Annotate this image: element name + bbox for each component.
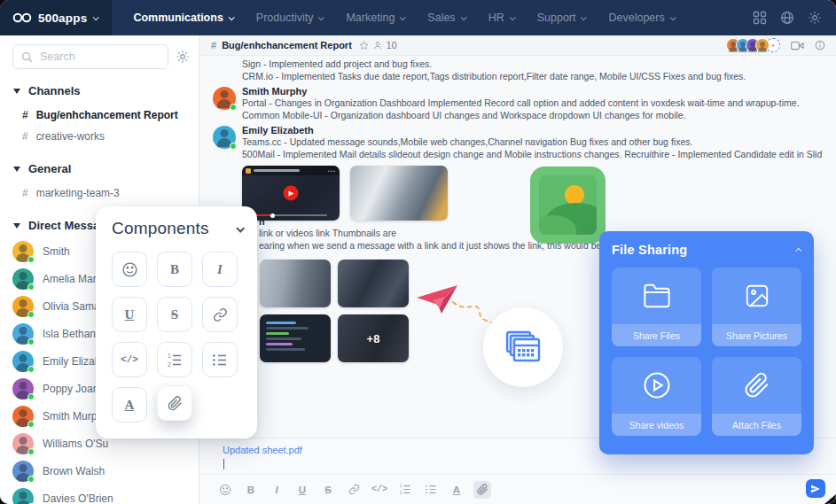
- share-videos-tile[interactable]: Share videos: [612, 357, 701, 436]
- attach-file-icon[interactable]: [473, 481, 491, 499]
- bold-button[interactable]: B: [157, 252, 192, 287]
- share-files-tile[interactable]: Share Files: [612, 268, 701, 346]
- code-icon[interactable]: </>: [371, 481, 388, 499]
- attached-file-link[interactable]: Updated sheet.pdf: [223, 445, 302, 455]
- general-section-title: General: [28, 162, 71, 175]
- underline-icon[interactable]: U: [293, 481, 311, 499]
- ordered-list-icon[interactable]: 1 2: [396, 481, 414, 499]
- composer-toolbar: B I U S </> 1 2: [200, 474, 836, 504]
- svg-text:1: 1: [168, 353, 171, 359]
- dm-user-davies[interactable]: Davies O'Brien: [0, 485, 199, 504]
- link-icon[interactable]: [345, 481, 363, 499]
- svg-text:1: 1: [400, 484, 402, 488]
- bullet-list-button[interactable]: [202, 342, 238, 377]
- channel-title: Bug/enhchancement Report: [222, 40, 352, 50]
- search-input[interactable]: [40, 50, 160, 63]
- nav-item-marketing[interactable]: Marketing: [346, 12, 404, 24]
- avatar: [213, 87, 236, 110]
- file-sharing-panel: File Sharing Share Files: [599, 231, 814, 454]
- chevron-down-icon: [93, 14, 99, 20]
- apps-grid-icon[interactable]: [753, 11, 767, 25]
- italic-icon[interactable]: I: [268, 481, 285, 499]
- send-button[interactable]: [806, 479, 825, 498]
- tile-label: Share Pictures: [712, 324, 801, 346]
- message-line: Portal - Changes in Organization Dashboa…: [242, 97, 800, 110]
- emoji-button[interactable]: [112, 252, 147, 287]
- message: Sign - Implemented add project and bug f…: [242, 58, 822, 82]
- message-author[interactable]: Smith Murphy: [242, 85, 800, 97]
- attach-button[interactable]: [157, 385, 192, 421]
- chevron-down-icon[interactable]: [236, 223, 245, 232]
- avatar: [12, 296, 34, 317]
- image-attachment[interactable]: [350, 166, 448, 221]
- bullet-list-icon[interactable]: [422, 481, 440, 499]
- text-color-icon[interactable]: A: [448, 481, 465, 499]
- dm-user-brown[interactable]: Brown Walsh: [0, 457, 199, 485]
- channel-item-bug-report[interactable]: # Bug/enhchancement Report: [0, 105, 199, 126]
- hash-icon: #: [22, 109, 28, 121]
- calendar-stack-illustration: [483, 307, 563, 387]
- avatar: [12, 268, 34, 290]
- chevron-up-icon[interactable]: [795, 247, 801, 253]
- ordered-list-button[interactable]: 1 2: [157, 342, 192, 377]
- message: Smith Murphy Portal - Changes in Organiz…: [213, 85, 822, 121]
- image-attachment-more[interactable]: +8: [338, 314, 409, 362]
- nav-item-sales[interactable]: Sales: [427, 12, 465, 24]
- channel-item-creative-works[interactable]: # creative-works: [0, 126, 199, 147]
- file-sharing-title: File Sharing: [612, 243, 687, 257]
- attach-files-tile[interactable]: Attach Files: [712, 357, 801, 436]
- channels-section-header[interactable]: Channels: [0, 84, 199, 97]
- picture-illustration: [530, 167, 606, 244]
- link-button[interactable]: [202, 297, 238, 332]
- code-button[interactable]: </>: [112, 342, 147, 377]
- nav-item-communications[interactable]: Communications: [133, 12, 232, 24]
- dm-user-name: Smith: [43, 245, 70, 258]
- settings-gear-icon[interactable]: [808, 11, 822, 25]
- channel-item-marketing-team-3[interactable]: # marketing-team-3: [0, 182, 199, 204]
- image-attachment[interactable]: [260, 314, 331, 362]
- star-icon[interactable]: [359, 41, 369, 50]
- nav-item-developers[interactable]: Developers: [608, 12, 674, 24]
- message-line: Common Mobile-UI - Organization dashboar…: [242, 110, 800, 122]
- app-window: 500apps Communications Productivity Mark…: [0, 0, 836, 504]
- tile-label: Share videos: [612, 414, 701, 436]
- members-icon[interactable]: [373, 41, 382, 50]
- video-call-icon[interactable]: [791, 41, 804, 50]
- avatar: [12, 461, 34, 482]
- avatar: [12, 323, 34, 345]
- search-icon: [21, 51, 33, 63]
- channels-section-title: Channels: [28, 84, 81, 97]
- strikethrough-icon[interactable]: S: [319, 481, 337, 499]
- nav-item-support[interactable]: Support: [537, 12, 586, 24]
- emoji-icon[interactable]: [216, 481, 234, 499]
- sidebar-settings-gear-icon[interactable]: [176, 50, 190, 64]
- underline-button[interactable]: U: [112, 297, 147, 332]
- svg-text:2: 2: [168, 361, 171, 368]
- avatar: [12, 406, 34, 427]
- info-icon[interactable]: [815, 40, 825, 50]
- video-title-bar: •••: [242, 166, 340, 175]
- message-line: Teams.cc - Updated message sounds,Mobile…: [242, 136, 822, 149]
- nav-item-productivity[interactable]: Productivity: [256, 12, 324, 24]
- message-author[interactable]: Emily Elizabeth: [242, 124, 822, 136]
- video-attachment[interactable]: •••: [242, 166, 340, 221]
- workspace-switcher[interactable]: 500apps: [0, 0, 112, 35]
- tile-label: Share Files: [612, 324, 701, 346]
- share-pictures-tile[interactable]: Share Pictures: [712, 268, 801, 346]
- image-attachment[interactable]: [260, 260, 331, 307]
- italic-button[interactable]: I: [202, 252, 238, 287]
- paperclip-icon: [712, 357, 801, 414]
- message-line: CRM.io - Implemented Tasks due date repo…: [242, 71, 822, 83]
- member-count: 10: [387, 40, 397, 50]
- avatar: [12, 433, 34, 454]
- general-section-header[interactable]: General: [0, 162, 199, 175]
- member-avatar: [755, 38, 770, 52]
- image-attachment[interactable]: [338, 260, 409, 307]
- text-color-button[interactable]: A: [112, 387, 147, 423]
- nav-item-hr[interactable]: HR: [488, 12, 514, 24]
- play-button-icon[interactable]: [284, 186, 299, 201]
- search-box[interactable]: [12, 44, 168, 69]
- globe-icon[interactable]: [780, 11, 794, 25]
- strikethrough-button[interactable]: S: [157, 297, 192, 332]
- bold-icon[interactable]: B: [242, 481, 260, 499]
